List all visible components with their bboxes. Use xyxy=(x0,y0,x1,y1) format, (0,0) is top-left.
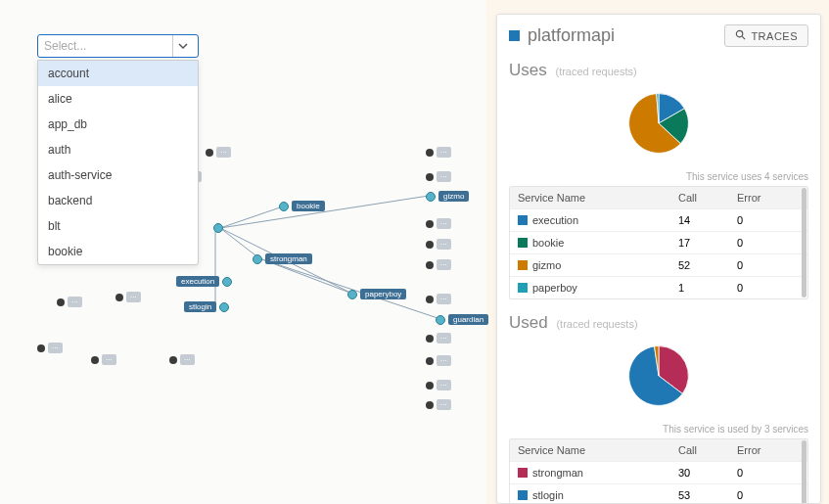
color-swatch xyxy=(518,490,528,500)
used-heading: Used (traced requests) xyxy=(509,313,808,333)
graph-node-execution[interactable]: execution xyxy=(176,276,232,287)
graph-node: ··· xyxy=(426,355,451,366)
dropdown-option[interactable]: auth xyxy=(38,137,198,162)
dropdown-option[interactable]: account xyxy=(38,61,198,86)
dropdown-option[interactable]: alice xyxy=(38,86,198,112)
table-row[interactable]: bookie 170 xyxy=(510,232,807,254)
graph-node: ··· xyxy=(426,333,451,344)
table-row[interactable]: stlogin 530 xyxy=(510,484,807,504)
svg-line-8 xyxy=(743,36,746,39)
graph-node-bookie[interactable]: bookie xyxy=(279,201,325,211)
graph-node: ··· xyxy=(426,294,451,304)
dropdown-option[interactable]: app_db xyxy=(38,112,198,137)
uses-table: Service Name Call Error execution 140 bo… xyxy=(509,186,808,299)
table-header: Service Name Call Error xyxy=(510,439,807,462)
graph-node: ··· xyxy=(426,239,451,250)
service-details-panel: platformapi TRACES Uses (traced requests… xyxy=(496,14,821,504)
graph-node: ··· xyxy=(57,297,82,307)
table-row[interactable]: gizmo 520 xyxy=(510,254,807,277)
graph-node: ··· xyxy=(426,171,451,182)
service-select[interactable]: Select... xyxy=(37,34,199,58)
service-select-dropdown[interactable]: account alice app_db auth auth-service b… xyxy=(37,60,199,265)
graph-node: ··· xyxy=(37,343,63,353)
table-row[interactable]: execution 140 xyxy=(510,209,807,232)
graph-node-paperboy[interactable]: paperyboy xyxy=(347,289,406,299)
dropdown-option[interactable]: backend xyxy=(38,188,198,213)
graph-node: ··· xyxy=(426,147,451,158)
search-icon xyxy=(735,29,746,42)
color-swatch xyxy=(518,215,528,225)
service-select-placeholder: Select... xyxy=(44,39,86,53)
uses-heading: Uses (traced requests) xyxy=(509,61,808,80)
graph-node-guardian[interactable]: guardian xyxy=(436,314,488,325)
color-swatch xyxy=(518,283,528,293)
graph-node: ··· xyxy=(426,259,451,270)
svg-point-7 xyxy=(737,30,743,36)
dropdown-option[interactable]: bookie xyxy=(38,239,198,264)
graph-node: ··· xyxy=(115,292,141,302)
table-row[interactable]: paperboy 10 xyxy=(510,277,807,298)
table-header: Service Name Call Error xyxy=(510,187,807,209)
uses-pie-chart xyxy=(509,84,808,165)
graph-node-strongman[interactable]: strongman xyxy=(253,253,312,264)
used-table: Service Name Call Error strongman 300 st… xyxy=(509,438,808,504)
graph-node: ··· xyxy=(91,354,116,365)
used-caption: This service is used by 3 services xyxy=(509,424,808,435)
graph-node: ··· xyxy=(169,354,195,365)
used-pie-chart xyxy=(509,337,808,418)
graph-node-stlogin[interactable]: stlogin xyxy=(184,301,229,312)
dropdown-option[interactable]: auth-service xyxy=(38,162,198,188)
chevron-down-icon xyxy=(172,35,192,57)
dropdown-option[interactable]: blt xyxy=(38,213,198,239)
graph-node: ··· xyxy=(206,147,231,158)
uses-caption: This service uses 4 services xyxy=(509,171,808,182)
graph-node-selected[interactable] xyxy=(213,223,223,233)
traces-button[interactable]: TRACES xyxy=(724,24,808,47)
color-swatch xyxy=(518,260,528,270)
graph-node-gizmo[interactable]: gizmo xyxy=(426,191,469,202)
graph-node: ··· xyxy=(426,218,451,229)
color-swatch xyxy=(518,238,528,248)
graph-node: ··· xyxy=(426,399,451,410)
svg-line-1 xyxy=(220,206,286,228)
color-swatch xyxy=(518,468,528,478)
service-color-swatch xyxy=(509,30,520,41)
graph-node: ··· xyxy=(426,380,451,390)
table-row[interactable]: strongman 300 xyxy=(510,462,807,484)
service-title: platformapi xyxy=(528,25,716,46)
